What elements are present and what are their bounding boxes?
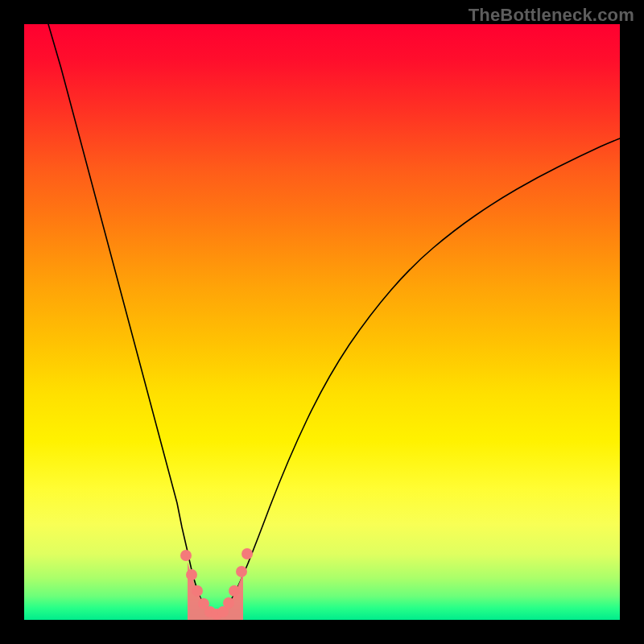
marker-dot	[223, 597, 234, 609]
attribution-text: TheBottleneck.com	[469, 5, 634, 26]
marker-dot	[186, 569, 197, 580]
marker-dot	[192, 585, 203, 597]
marker-dot	[229, 585, 240, 597]
plot-area	[24, 24, 620, 620]
marker-dot	[242, 548, 253, 559]
marker-dot	[236, 566, 247, 577]
marker-dot	[180, 550, 192, 561]
curve-layer	[24, 24, 620, 620]
chart-frame: TheBottleneck.com	[0, 0, 644, 644]
bottleneck-curve	[48, 24, 620, 614]
